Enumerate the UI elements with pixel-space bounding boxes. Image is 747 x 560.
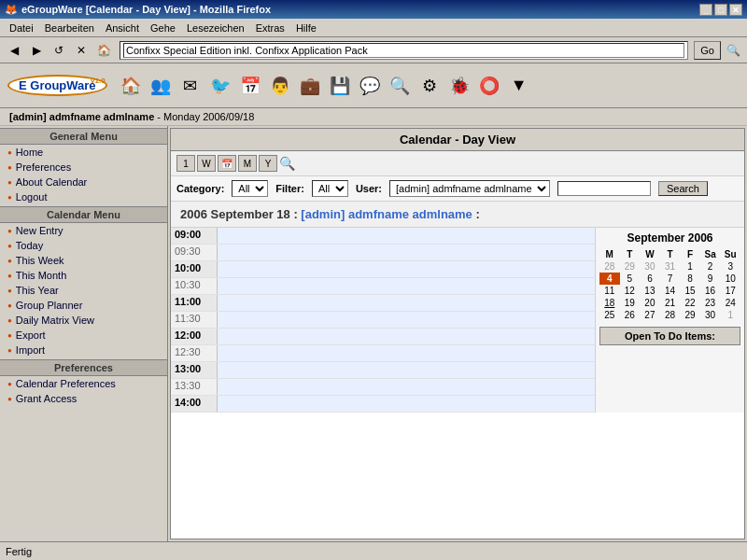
this-week-link[interactable]: This Week <box>16 255 64 266</box>
sidebar-item-daily-matrix[interactable]: ● Daily Matrix View <box>0 313 167 328</box>
mini-cal-cell-4-today[interactable]: 4 <box>599 273 620 285</box>
sidebar-item-this-week[interactable]: ● This Week <box>0 253 167 268</box>
addressbook-icon[interactable]: 👥 <box>147 72 175 100</box>
close-button[interactable]: ✕ <box>729 4 742 16</box>
slot-1000[interactable] <box>218 261 595 277</box>
mini-cal-cell-8[interactable]: 8 <box>680 273 700 285</box>
refresh-button[interactable]: ↺ <box>49 40 69 61</box>
back-button[interactable]: ◀ <box>4 40 24 61</box>
window-controls[interactable]: _ □ ✕ <box>699 4 742 16</box>
slot-1130[interactable] <box>218 312 595 328</box>
forward-button[interactable]: ▶ <box>26 40 47 61</box>
grant-access-link[interactable]: Grant Access <box>16 393 77 404</box>
mini-cal-cell-28[interactable]: 28 <box>599 260 620 273</box>
mini-cal-cell-21[interactable]: 21 <box>660 297 681 309</box>
sidebar-item-group-planner[interactable]: ● Group Planner <box>0 298 167 313</box>
slot-1200[interactable] <box>218 329 595 344</box>
mini-cal-cell-23[interactable]: 23 <box>700 297 721 309</box>
mini-cal-cell-26[interactable]: 26 <box>620 309 641 321</box>
sidebar-item-home[interactable]: ● Home <box>0 145 167 160</box>
more-icon[interactable]: ▼ <box>505 72 533 100</box>
export-link[interactable]: Export <box>16 329 46 341</box>
bug-icon[interactable]: 🐞 <box>445 72 473 100</box>
new-entry-link[interactable]: New Entry <box>16 225 63 236</box>
slot-1330[interactable] <box>218 379 595 395</box>
power-icon[interactable]: ⭕ <box>475 72 503 100</box>
mini-cal-cell-16[interactable]: 16 <box>700 285 721 297</box>
menu-datei[interactable]: Datei <box>4 21 39 35</box>
mini-cal-cell-20[interactable]: 20 <box>640 297 660 309</box>
feather-icon[interactable]: 🐦 <box>206 72 234 100</box>
address-bar[interactable] <box>120 41 688 60</box>
home-link[interactable]: Home <box>16 147 43 158</box>
menu-gehe[interactable]: Gehe <box>145 21 181 35</box>
mini-cal-cell-18-selected[interactable]: 18 <box>599 297 620 309</box>
mini-cal-cell-13[interactable]: 13 <box>640 285 660 297</box>
sidebar-item-this-month[interactable]: ● This Month <box>0 268 167 283</box>
week-view-icon[interactable]: 📅 <box>218 155 236 172</box>
menu-hilfe[interactable]: Hilfe <box>290 21 322 35</box>
search-app-icon[interactable]: 🔍 <box>386 72 414 100</box>
go-button[interactable]: Go <box>694 41 721 60</box>
mini-cal-cell-12[interactable]: 12 <box>620 285 641 297</box>
month-view-icon[interactable]: M <box>238 155 257 172</box>
users-icon[interactable]: 👨 <box>266 72 294 100</box>
work-week-view-icon[interactable]: W <box>197 155 216 172</box>
year-view-icon[interactable]: Y <box>259 155 277 172</box>
mini-cal-cell-15[interactable]: 15 <box>680 285 700 297</box>
mini-cal-cell-19[interactable]: 19 <box>620 297 641 309</box>
slot-1230[interactable] <box>218 345 595 361</box>
slot-1400[interactable] <box>218 396 595 412</box>
mini-cal-cell-2[interactable]: 2 <box>700 260 721 273</box>
logout-link[interactable]: Logout <box>16 191 48 203</box>
sidebar-item-new-entry[interactable]: ● New Entry <box>0 223 167 238</box>
mini-cal-cell-31[interactable]: 31 <box>660 260 681 273</box>
user-select[interactable]: [admin] admfname admlname <box>389 180 550 197</box>
sidebar-item-grant-access[interactable]: ● Grant Access <box>0 391 167 406</box>
address-input[interactable] <box>123 43 684 58</box>
search-button[interactable]: Search <box>658 181 708 196</box>
menu-lesezeichen[interactable]: Lesezeichen <box>181 21 250 35</box>
menu-bearbeiten[interactable]: Bearbeiten <box>39 21 100 35</box>
preferences-link[interactable]: Preferences <box>16 161 71 173</box>
this-year-link[interactable]: This Year <box>16 285 59 296</box>
sidebar-item-preferences[interactable]: ● Preferences <box>0 160 167 175</box>
day-view-icon[interactable]: 1 <box>176 155 195 172</box>
slot-1300[interactable] <box>218 362 595 378</box>
search-field[interactable] <box>557 181 651 196</box>
mini-cal-cell-7[interactable]: 7 <box>660 273 681 285</box>
home-app-icon[interactable]: 🏠 <box>117 72 145 100</box>
mini-cal-cell-1[interactable]: 1 <box>680 260 700 273</box>
files-icon[interactable]: 💼 <box>296 72 324 100</box>
slot-0900[interactable] <box>218 228 595 244</box>
home-button[interactable]: 🏠 <box>93 40 114 61</box>
about-link[interactable]: About Calendar <box>16 176 87 188</box>
filter-select[interactable]: All <box>312 180 348 197</box>
sidebar-item-about[interactable]: ● About Calendar <box>0 175 167 189</box>
disk-icon[interactable]: 💾 <box>326 72 354 100</box>
import-link[interactable]: Import <box>16 344 45 356</box>
mini-cal-cell-11[interactable]: 11 <box>599 285 620 297</box>
minimize-button[interactable]: _ <box>699 4 712 16</box>
sidebar-item-today[interactable]: ● Today <box>0 238 167 253</box>
settings-icon[interactable]: ⚙ <box>416 72 444 100</box>
menu-extras[interactable]: Extras <box>250 21 290 35</box>
sidebar-item-import[interactable]: ● Import <box>0 343 167 357</box>
sidebar-item-cal-prefs[interactable]: ● Calendar Preferences <box>0 376 167 391</box>
mini-cal-cell-30[interactable]: 30 <box>640 260 660 273</box>
sidebar-item-this-year[interactable]: ● This Year <box>0 283 167 298</box>
maximize-button[interactable]: □ <box>714 4 727 16</box>
mini-cal-cell-24[interactable]: 24 <box>720 297 740 309</box>
mini-cal-cell-22[interactable]: 22 <box>680 297 700 309</box>
day-user[interactable]: [admin] admfname admlname <box>301 207 472 221</box>
mini-cal-cell-29b[interactable]: 29 <box>680 309 700 321</box>
mail-icon[interactable]: ✉ <box>176 72 204 100</box>
sidebar-item-logout[interactable]: ● Logout <box>0 189 167 204</box>
mini-cal-cell-5[interactable]: 5 <box>620 273 641 285</box>
calendar-icon[interactable]: 📅 <box>236 72 264 100</box>
mini-cal-cell-6[interactable]: 6 <box>640 273 660 285</box>
today-link[interactable]: Today <box>16 240 43 251</box>
chat-icon[interactable]: 💬 <box>356 72 384 100</box>
mini-cal-cell-29[interactable]: 29 <box>620 260 641 273</box>
group-planner-link[interactable]: Group Planner <box>16 300 83 311</box>
